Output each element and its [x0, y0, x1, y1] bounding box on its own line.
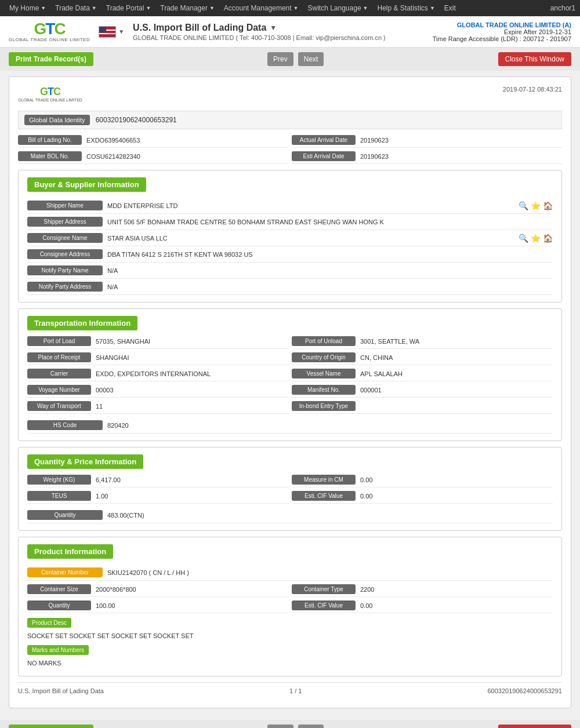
transportation-fields: Port of Load 57035, SHANGHAI Port of Unl… [27, 336, 553, 414]
close-button-top[interactable]: Close This Window [498, 52, 571, 66]
shipper-home-icon[interactable]: 🏠 [543, 201, 553, 210]
container-type-value: 2200 [360, 586, 374, 593]
port-unload-label: Port of Unload [292, 336, 356, 346]
place-receipt-row: Place of Receipt SHANGHAI [27, 352, 288, 365]
quantity-price-fields: Weight (KG) 6,417.00 Measure in CM 0.00 … [27, 475, 553, 504]
buyer-supplier-header: Buyer & Supplier Information [27, 177, 146, 192]
master-bol-label: Mater BOL No. [18, 151, 82, 161]
hs-code-label: HS Code [27, 420, 103, 430]
shipper-addr-value: UNIT 506 5/F BONHAM TRADE CENTRE 50 BONH… [107, 219, 553, 225]
prev-button-bottom[interactable]: Prev [267, 725, 293, 728]
consignee-addr-row: Consignee Address DBA TITAN 6412 S 216TH… [27, 246, 553, 263]
notify-party-value: N/A [107, 267, 553, 274]
nav-trade-portal[interactable]: Trade Portal ▼ [102, 0, 156, 16]
footer-record-bar: U.S. Import Bill of Lading Data 1 / 1 60… [18, 682, 562, 699]
nav-switch-language[interactable]: Switch Language ▼ [303, 0, 373, 16]
quantity-label: Quantity [27, 510, 103, 520]
header: GTC GLOBAL TRADE ONLINE LIMITED ▼ U.S. I… [0, 16, 580, 48]
consignee-name-value: STAR ASIA USA LLC [107, 235, 514, 242]
nav-help-statistics[interactable]: Help & Statistics ▼ [373, 0, 440, 16]
close-button-bottom[interactable]: Close This Window [498, 725, 571, 728]
shipper-search-icon[interactable]: 🔍 [519, 201, 528, 210]
nav-my-home[interactable]: My Home ▼ [5, 0, 50, 16]
language-selector[interactable]: ▼ [99, 26, 124, 38]
country-origin-row: Country of Origin CN, CHINA [292, 352, 553, 365]
page-title: U.S. Import Bill of Lading Data ▼ [133, 23, 433, 33]
container-size-label: Container Size [27, 584, 91, 594]
marks-value: NO MARKS [27, 657, 553, 669]
container-size-row: Container Size 2000*806*800 [27, 584, 288, 597]
esti-arrival-value: 20190623 [360, 153, 389, 160]
print-button-top[interactable]: Print Trade Record(s) [9, 52, 93, 66]
print-button-bottom[interactable]: Print Trade Record(s) [9, 725, 93, 728]
carrier-value: EXDO, EXPEDITORS INTERNATIONAL [96, 370, 211, 377]
esti-cif-value: 0.00 [360, 493, 372, 500]
nav-account-management[interactable]: Account Management ▼ [219, 0, 303, 16]
place-receipt-value: SHANGHAI [96, 354, 129, 361]
prev-button-top[interactable]: Prev [267, 52, 293, 66]
product-fields: Container Size 2000*806*800 Container Ty… [27, 584, 553, 613]
quantity-price-header: Quantity & Price Information [27, 454, 143, 469]
product-esti-cif-label: Esti. CIF Value [292, 600, 356, 610]
hs-code-row: HS Code 820420 [27, 417, 553, 434]
consignee-name-label: Consignee Name [27, 233, 103, 243]
shipper-star-icon[interactable]: ⭐ [531, 201, 541, 210]
product-desc-label: Product Desc [27, 618, 71, 628]
bol-no-value: EXDO6395406653 [86, 137, 140, 144]
consignee-search-icon[interactable]: 🔍 [519, 234, 528, 243]
anchor-label: anchor1 [550, 4, 575, 12]
record-date: 2019-07-12 08:43:21 [503, 86, 562, 93]
nav-trade-data[interactable]: Trade Data ▼ [50, 0, 102, 16]
consignee-action-icons: 🔍 ⭐ 🏠 [519, 234, 553, 243]
shipper-name-row: Shipper Name MDD ENTERPRISE LTD 🔍 ⭐ 🏠 [27, 198, 553, 214]
container-number-row: Container Number SKIU2142070 ( CN / L / … [27, 565, 553, 581]
measure-value: 0.00 [360, 476, 372, 483]
notify-party-row: Notify Party Name N/A [27, 263, 553, 279]
product-quantity-row: Quantity 100.00 [27, 600, 288, 613]
footer-record-left: U.S. Import Bill of Lading Data [18, 687, 104, 694]
consignee-star-icon[interactable]: ⭐ [531, 234, 541, 243]
record-card: GTC GLOBAL TRADE ONLINE LIMITED 2019-07-… [9, 77, 571, 708]
header-right-info: GLOBAL TRADE ONLINE LIMITED (A) Expire A… [433, 21, 571, 42]
product-section: Product Information Container Number SKI… [18, 537, 562, 676]
footer-record-right: 600320190624000653291 [488, 687, 562, 694]
teus-row: TEUS 1.00 [27, 491, 288, 504]
notify-party-label: Notify Party Name [27, 265, 103, 275]
teus-label: TEUS [27, 491, 91, 501]
voyage-number-row: Voyage Number 00003 [27, 385, 288, 398]
transportation-section: Transportation Information Port of Load … [18, 308, 562, 441]
global-data-identity-value: 600320190624000653291 [96, 116, 177, 124]
country-origin-label: Country of Origin [292, 352, 356, 362]
esti-arrival-row: Esti Arrival Date 20190623 [292, 151, 562, 164]
nav-exit[interactable]: Exit [440, 0, 461, 16]
next-button-top[interactable]: Next [298, 52, 324, 66]
product-header: Product Information [27, 544, 113, 559]
weight-label: Weight (KG) [27, 475, 91, 485]
vessel-name-label: Vessel Name [292, 369, 356, 378]
consignee-home-icon[interactable]: 🏠 [543, 234, 553, 243]
port-load-value: 57035, SHANGHAI [96, 338, 150, 345]
shipper-name-value: MDD ENTERPRISE LTD [107, 202, 514, 209]
buyer-supplier-section: Buyer & Supplier Information Shipper Nam… [18, 170, 562, 303]
expire-date: Expire After 2019-12-31 [433, 28, 571, 35]
hs-code-value: 820420 [107, 422, 553, 429]
voyage-number-label: Voyage Number [27, 385, 91, 395]
esti-cif-label: Esti. CIF Value [292, 491, 356, 501]
marks-container: Marks and Numbers NO MARKS [27, 645, 553, 669]
product-quantity-value: 100.00 [96, 602, 115, 609]
marks-label: Marks and Numbers [27, 645, 89, 655]
product-esti-cif-row: Esti. CIF Value 0.00 [292, 600, 553, 613]
shipper-name-label: Shipper Name [27, 201, 103, 210]
measure-label: Measure in CM [292, 475, 356, 485]
transportation-header: Transportation Information [27, 316, 137, 330]
title-dropdown-icon[interactable]: ▼ [270, 24, 277, 32]
next-button-bottom[interactable]: Next [298, 725, 324, 728]
weight-value: 6,417.00 [96, 476, 121, 483]
shipper-addr-row: Shipper Address UNIT 506 5/F BONHAM TRAD… [27, 214, 553, 230]
teus-value: 1.00 [96, 493, 108, 500]
nav-trade-manager[interactable]: Trade Manager ▼ [155, 0, 219, 16]
port-load-label: Port of Load [27, 336, 91, 346]
bol-fields-grid: Bill of Lading No. EXDO6395406653 Actual… [18, 135, 562, 164]
vessel-name-row: Vessel Name APL SALALAH [292, 369, 553, 381]
way-transport-label: Way of Transport [27, 401, 91, 411]
